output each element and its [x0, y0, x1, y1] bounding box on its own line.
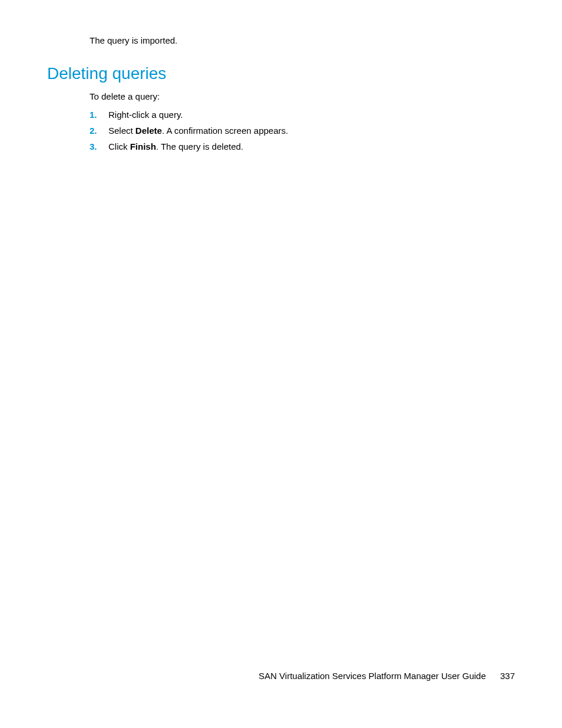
steps-list: 1. Right-click a query. 2. Select Delete… — [90, 110, 515, 151]
list-text: Select Delete. A confirmation screen app… — [108, 126, 288, 136]
footer-title: SAN Virtualization Services Platform Man… — [259, 671, 486, 681]
list-number: 2. — [90, 126, 97, 136]
list-text: Click Finish. The query is deleted. — [108, 141, 243, 151]
list-number: 1. — [90, 110, 97, 120]
intro-text: The query is imported. — [90, 35, 515, 45]
page-footer: SAN Virtualization Services Platform Man… — [259, 671, 515, 681]
list-item: 2. Select Delete. A confirmation screen … — [90, 126, 515, 136]
section-heading: Deleting queries — [47, 64, 515, 83]
list-item: 1. Right-click a query. — [90, 110, 515, 120]
list-item: 3. Click Finish. The query is deleted. — [90, 141, 515, 151]
section-subtext: To delete a query: — [90, 91, 515, 101]
list-text: Right-click a query. — [108, 110, 183, 120]
list-number: 3. — [90, 141, 97, 151]
footer-page-number: 337 — [500, 671, 515, 681]
